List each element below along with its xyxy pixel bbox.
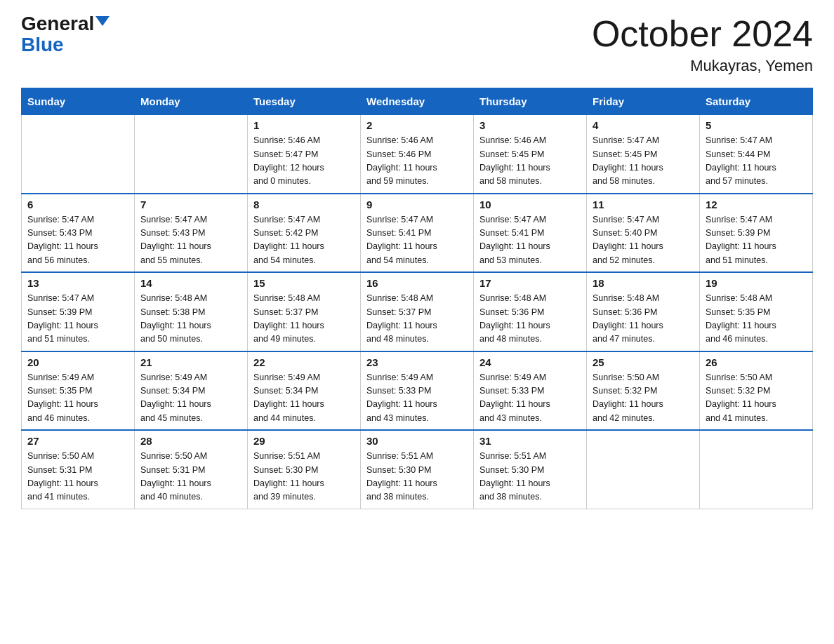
- day-cell: 31Sunrise: 5:51 AMSunset: 5:30 PMDayligh…: [474, 430, 587, 509]
- day-number: 28: [140, 435, 241, 447]
- day-info: Sunrise: 5:47 AMSunset: 5:43 PMDaylight:…: [140, 213, 241, 268]
- header-thursday: Thursday: [474, 88, 587, 115]
- day-number: 4: [593, 119, 694, 131]
- day-number: 16: [366, 277, 468, 289]
- day-cell: 6Sunrise: 5:47 AMSunset: 5:43 PMDaylight…: [22, 194, 135, 273]
- day-info: Sunrise: 5:49 AMSunset: 5:33 PMDaylight:…: [366, 371, 468, 426]
- day-number: 25: [593, 356, 694, 368]
- day-info: Sunrise: 5:49 AMSunset: 5:34 PMDaylight:…: [140, 371, 241, 426]
- day-cell: 18Sunrise: 5:48 AMSunset: 5:36 PMDayligh…: [587, 272, 700, 351]
- day-info: Sunrise: 5:51 AMSunset: 5:30 PMDaylight:…: [366, 450, 468, 504]
- day-number: 22: [253, 356, 355, 368]
- day-number: 6: [27, 199, 128, 210]
- day-info: Sunrise: 5:46 AMSunset: 5:47 PMDaylight:…: [253, 134, 355, 189]
- day-number: 21: [140, 356, 241, 368]
- title-area: October 2024 Mukayras, Yemen: [592, 14, 813, 75]
- day-number: 19: [706, 277, 807, 289]
- day-info: Sunrise: 5:47 AMSunset: 5:41 PMDaylight:…: [366, 213, 468, 268]
- day-info: Sunrise: 5:50 AMSunset: 5:31 PMDaylight:…: [27, 450, 128, 504]
- day-cell: 14Sunrise: 5:48 AMSunset: 5:38 PMDayligh…: [135, 272, 248, 351]
- calendar-table: Sunday Monday Tuesday Wednesday Thursday…: [21, 88, 813, 509]
- day-info: Sunrise: 5:47 AMSunset: 5:45 PMDaylight:…: [593, 134, 694, 189]
- day-info: Sunrise: 5:47 AMSunset: 5:40 PMDaylight:…: [593, 213, 694, 268]
- day-cell: [587, 430, 700, 509]
- day-cell: [700, 430, 813, 509]
- day-info: Sunrise: 5:47 AMSunset: 5:44 PMDaylight:…: [706, 134, 807, 189]
- day-number: 3: [479, 119, 581, 131]
- day-info: Sunrise: 5:47 AMSunset: 5:39 PMDaylight:…: [27, 292, 128, 347]
- day-info: Sunrise: 5:48 AMSunset: 5:36 PMDaylight:…: [593, 292, 694, 347]
- day-cell: 20Sunrise: 5:49 AMSunset: 5:35 PMDayligh…: [22, 351, 135, 431]
- day-cell: 19Sunrise: 5:48 AMSunset: 5:35 PMDayligh…: [700, 272, 813, 351]
- week-row-2: 6Sunrise: 5:47 AMSunset: 5:43 PMDaylight…: [22, 194, 813, 273]
- day-cell: 7Sunrise: 5:47 AMSunset: 5:43 PMDaylight…: [135, 194, 248, 273]
- header-wednesday: Wednesday: [361, 88, 474, 115]
- day-cell: 9Sunrise: 5:47 AMSunset: 5:41 PMDaylight…: [361, 194, 474, 273]
- day-cell: 22Sunrise: 5:49 AMSunset: 5:34 PMDayligh…: [248, 351, 361, 431]
- header-saturday: Saturday: [700, 88, 813, 115]
- day-cell: 2Sunrise: 5:46 AMSunset: 5:46 PMDaylight…: [361, 115, 474, 194]
- day-cell: 11Sunrise: 5:47 AMSunset: 5:40 PMDayligh…: [587, 194, 700, 273]
- day-cell: 21Sunrise: 5:49 AMSunset: 5:34 PMDayligh…: [135, 351, 248, 431]
- day-cell: 10Sunrise: 5:47 AMSunset: 5:41 PMDayligh…: [474, 194, 587, 273]
- day-number: 2: [366, 119, 468, 131]
- day-cell: 28Sunrise: 5:50 AMSunset: 5:31 PMDayligh…: [135, 430, 248, 509]
- header: General Blue October 2024 Mukayras, Yeme…: [21, 14, 813, 75]
- day-cell: 1Sunrise: 5:46 AMSunset: 5:47 PMDaylight…: [248, 115, 361, 194]
- day-number: 12: [706, 199, 807, 210]
- day-number: 14: [140, 277, 241, 289]
- logo-blue-text: Blue: [21, 34, 64, 56]
- day-number: 9: [366, 199, 468, 210]
- day-cell: 16Sunrise: 5:48 AMSunset: 5:37 PMDayligh…: [361, 272, 474, 351]
- day-cell: 8Sunrise: 5:47 AMSunset: 5:42 PMDaylight…: [248, 194, 361, 273]
- day-cell: 23Sunrise: 5:49 AMSunset: 5:33 PMDayligh…: [361, 351, 474, 431]
- day-cell: 17Sunrise: 5:48 AMSunset: 5:36 PMDayligh…: [474, 272, 587, 351]
- day-info: Sunrise: 5:48 AMSunset: 5:35 PMDaylight:…: [706, 292, 807, 347]
- day-number: 29: [253, 435, 355, 447]
- day-cell: 26Sunrise: 5:50 AMSunset: 5:32 PMDayligh…: [700, 351, 813, 431]
- day-info: Sunrise: 5:47 AMSunset: 5:39 PMDaylight:…: [706, 213, 807, 268]
- day-info: Sunrise: 5:48 AMSunset: 5:37 PMDaylight:…: [366, 292, 468, 347]
- day-info: Sunrise: 5:51 AMSunset: 5:30 PMDaylight:…: [479, 450, 581, 504]
- header-sunday: Sunday: [22, 88, 135, 115]
- day-info: Sunrise: 5:50 AMSunset: 5:32 PMDaylight:…: [593, 371, 694, 426]
- day-info: Sunrise: 5:50 AMSunset: 5:31 PMDaylight:…: [140, 450, 241, 504]
- month-title: October 2024: [592, 14, 813, 54]
- day-cell: 13Sunrise: 5:47 AMSunset: 5:39 PMDayligh…: [22, 272, 135, 351]
- header-tuesday: Tuesday: [248, 88, 361, 115]
- day-info: Sunrise: 5:49 AMSunset: 5:34 PMDaylight:…: [253, 371, 355, 426]
- day-cell: 3Sunrise: 5:46 AMSunset: 5:45 PMDaylight…: [474, 115, 587, 194]
- day-number: 24: [479, 356, 581, 368]
- day-cell: 4Sunrise: 5:47 AMSunset: 5:45 PMDaylight…: [587, 115, 700, 194]
- day-cell: 24Sunrise: 5:49 AMSunset: 5:33 PMDayligh…: [474, 351, 587, 431]
- header-monday: Monday: [135, 88, 248, 115]
- day-info: Sunrise: 5:48 AMSunset: 5:36 PMDaylight:…: [479, 292, 581, 347]
- logo: General Blue: [21, 14, 108, 56]
- day-cell: 15Sunrise: 5:48 AMSunset: 5:37 PMDayligh…: [248, 272, 361, 351]
- day-number: 10: [479, 199, 581, 210]
- day-cell: [22, 115, 135, 194]
- day-cell: 29Sunrise: 5:51 AMSunset: 5:30 PMDayligh…: [248, 430, 361, 509]
- day-number: 13: [27, 277, 128, 289]
- day-cell: 27Sunrise: 5:50 AMSunset: 5:31 PMDayligh…: [22, 430, 135, 509]
- week-row-4: 20Sunrise: 5:49 AMSunset: 5:35 PMDayligh…: [22, 351, 813, 431]
- logo-general-text: General: [21, 14, 94, 34]
- day-number: 7: [140, 199, 241, 210]
- day-info: Sunrise: 5:47 AMSunset: 5:43 PMDaylight:…: [27, 213, 128, 268]
- day-info: Sunrise: 5:49 AMSunset: 5:33 PMDaylight:…: [479, 371, 581, 426]
- day-number: 5: [706, 119, 807, 131]
- day-number: 23: [366, 356, 468, 368]
- day-header-row: Sunday Monday Tuesday Wednesday Thursday…: [22, 88, 813, 115]
- day-number: 15: [253, 277, 355, 289]
- day-info: Sunrise: 5:48 AMSunset: 5:37 PMDaylight:…: [253, 292, 355, 347]
- day-info: Sunrise: 5:48 AMSunset: 5:38 PMDaylight:…: [140, 292, 241, 347]
- day-number: 30: [366, 435, 468, 447]
- day-cell: 12Sunrise: 5:47 AMSunset: 5:39 PMDayligh…: [700, 194, 813, 273]
- day-number: 20: [27, 356, 128, 368]
- day-cell: 30Sunrise: 5:51 AMSunset: 5:30 PMDayligh…: [361, 430, 474, 509]
- header-friday: Friday: [587, 88, 700, 115]
- week-row-1: 1Sunrise: 5:46 AMSunset: 5:47 PMDaylight…: [22, 115, 813, 194]
- day-info: Sunrise: 5:51 AMSunset: 5:30 PMDaylight:…: [253, 450, 355, 504]
- day-number: 17: [479, 277, 581, 289]
- day-info: Sunrise: 5:47 AMSunset: 5:41 PMDaylight:…: [479, 213, 581, 268]
